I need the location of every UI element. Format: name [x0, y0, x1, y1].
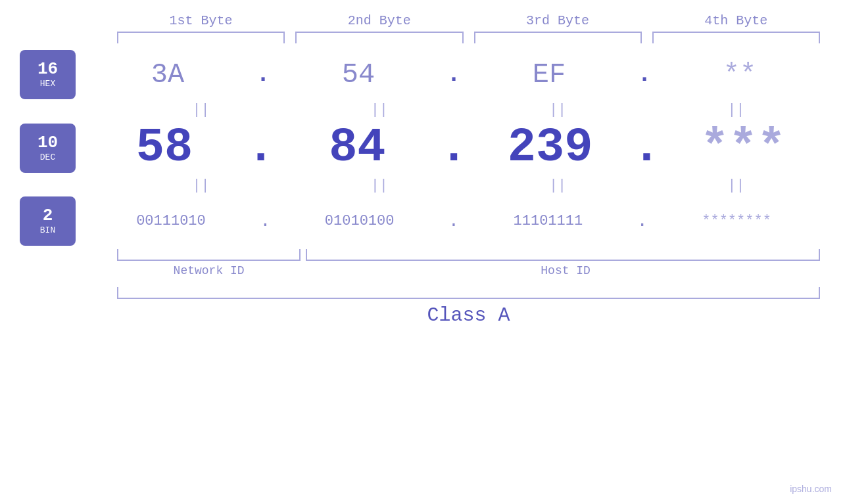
dec-base-name: DEC: [40, 152, 55, 162]
watermark: ipshu.com: [790, 484, 832, 494]
bin-cell-2: 01010100: [271, 213, 448, 229]
dec-dot-1: .: [247, 121, 275, 175]
dec-row: 10 DEC 58 . 84 . 239 . ***: [20, 121, 825, 175]
bin-base-label: 2 BIN: [20, 196, 76, 246]
hex-cells: 3A . 54 . EF . **: [82, 59, 825, 91]
equals-2: ||: [290, 99, 468, 121]
bin-value-2: 01010100: [325, 213, 395, 229]
byte-header-2: 2nd Byte: [290, 13, 468, 32]
class-label: Class A: [112, 304, 825, 327]
bin-cell-1: 00111010: [82, 213, 260, 229]
bracket-3: [474, 32, 642, 43]
hex-dot-1: .: [253, 61, 273, 88]
dec-cell-4: ***: [661, 121, 825, 175]
byte-header-4: 4th Byte: [647, 13, 825, 32]
bin-row: 2 BIN 00111010 . 01010100 . 11101111 . *…: [20, 196, 825, 246]
host-id-label: Host ID: [306, 264, 825, 277]
hex-base-name: HEX: [40, 79, 55, 89]
byte-header-1: 1st Byte: [112, 13, 290, 32]
dec-value-1: 58: [136, 121, 193, 175]
dec-base-number: 10: [37, 134, 58, 151]
bin-dot-1: .: [260, 211, 271, 231]
labels-row: Network ID Host ID: [112, 264, 825, 277]
hex-cell-3: EF: [464, 59, 635, 91]
equals-6: ||: [290, 175, 468, 196]
hex-value-2: 54: [342, 59, 375, 91]
equals-3: ||: [469, 99, 647, 121]
dec-cell-3: 239: [468, 121, 633, 175]
network-id-label: Network ID: [117, 264, 301, 277]
hex-cell-4: **: [654, 59, 825, 91]
top-brackets: [112, 32, 825, 43]
equals-5: ||: [112, 175, 290, 196]
hex-value-3: EF: [533, 59, 566, 91]
bin-dot-2: .: [448, 211, 460, 231]
host-bracket: [306, 249, 820, 261]
dec-dot-2: .: [439, 121, 468, 175]
hex-base-label: 16 HEX: [20, 50, 76, 99]
network-bracket: [117, 249, 301, 261]
dec-cell-2: 84: [275, 121, 439, 175]
bin-cells: 00111010 . 01010100 . 11101111 . *******…: [82, 211, 825, 231]
dec-value-4: ***: [700, 121, 786, 175]
byte-headers: 1st Byte 2nd Byte 3rd Byte 4th Byte: [112, 13, 825, 32]
bin-base-number: 2: [43, 207, 53, 224]
dec-base-label: 10 DEC: [20, 124, 76, 173]
bin-cell-3: 11101111: [459, 213, 637, 229]
equals-8: ||: [647, 175, 825, 196]
bin-value-3: 11101111: [514, 213, 583, 229]
bracket-1: [117, 32, 285, 43]
dec-dot-3: .: [633, 121, 661, 175]
hex-cell-2: 54: [273, 59, 444, 91]
bin-base-name: BIN: [40, 225, 55, 235]
bracket-2: [295, 32, 463, 43]
hex-dot-3: .: [635, 61, 654, 88]
class-bracket-row: Class A: [112, 287, 825, 327]
byte-header-3: 3rd Byte: [469, 13, 647, 32]
equals-1: ||: [112, 99, 290, 121]
class-bracket: [117, 287, 820, 299]
bin-value-1: 00111010: [136, 213, 206, 229]
hex-base-number: 16: [37, 60, 58, 78]
hex-value-4: **: [723, 59, 756, 91]
bracket-4: [652, 32, 820, 43]
hex-row: 16 HEX 3A . 54 . EF . **: [20, 50, 825, 99]
hex-value-1: 3A: [151, 59, 184, 91]
dec-cells: 58 . 84 . 239 . ***: [82, 121, 825, 175]
bottom-brackets: [112, 249, 825, 261]
bin-cell-4: ********: [648, 213, 825, 229]
bin-value-4: ********: [702, 213, 771, 229]
equals-4: ||: [647, 99, 825, 121]
dec-cell-1: 58: [82, 121, 247, 175]
hex-dot-2: .: [444, 61, 464, 88]
dec-value-3: 239: [508, 121, 593, 175]
equals-row-1: || || || ||: [112, 99, 825, 121]
hex-cell-1: 3A: [82, 59, 253, 91]
equals-7: ||: [469, 175, 647, 196]
equals-row-2: || || || ||: [112, 175, 825, 196]
dec-value-2: 84: [329, 121, 385, 175]
bin-dot-3: .: [637, 211, 648, 231]
main-container: 1st Byte 2nd Byte 3rd Byte 4th Byte 16 H…: [0, 0, 845, 504]
